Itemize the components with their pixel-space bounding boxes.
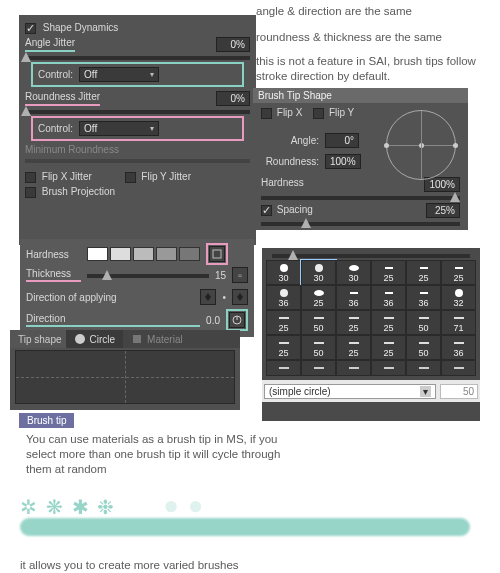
svg-rect-29 (419, 342, 429, 344)
angle-control-row: Control: Off▾ (31, 62, 244, 87)
flip-y-jitter-checkbox[interactable] (125, 172, 136, 183)
flip-y-label: Flip Y (329, 107, 354, 118)
brush-swatch[interactable]: 50 (301, 335, 336, 360)
dir-apply-option-1-icon[interactable] (200, 289, 216, 305)
tip-shape-section-label: Tip shape (10, 330, 66, 348)
brush-swatch[interactable]: 32 (441, 285, 476, 310)
brush-swatch[interactable]: 25 (301, 285, 336, 310)
brush-size-slider[interactable] (272, 254, 470, 258)
brush-swatch[interactable] (301, 360, 336, 376)
brush-swatch[interactable]: 30 (301, 260, 336, 285)
shape-dynamics-title: Shape Dynamics (43, 22, 119, 33)
roundness-value[interactable]: 100% (325, 154, 361, 169)
thickness-value: 15 (215, 270, 226, 281)
brush-swatch[interactable] (266, 360, 301, 376)
roundness-control-dropdown[interactable]: Off▾ (79, 121, 159, 136)
spacing-checkbox[interactable] (261, 205, 272, 216)
flip-x-checkbox[interactable] (261, 108, 272, 119)
roundness-label: Roundness: (261, 156, 319, 167)
brush-swatch[interactable]: 25 (371, 260, 406, 285)
svg-rect-6 (133, 335, 141, 343)
brush-swatch[interactable] (441, 360, 476, 376)
roundness-jitter-slider[interactable] (25, 110, 250, 114)
roundness-jitter-value[interactable]: 0% (216, 91, 250, 106)
svg-rect-21 (349, 317, 359, 319)
svg-rect-35 (419, 367, 429, 369)
brush-swatch[interactable]: 50 (406, 335, 441, 360)
flip-y-checkbox[interactable] (313, 108, 324, 119)
hardness-settings-icon[interactable] (209, 246, 225, 262)
direction-label: Direction (26, 313, 200, 327)
brush-swatch[interactable]: 25 (371, 310, 406, 335)
svg-rect-26 (314, 342, 324, 344)
hardness-thickness-panel: Hardness Thickness 15 ▫ Direction of app… (20, 239, 254, 337)
brush-swatch[interactable]: 50 (406, 310, 441, 335)
roundness-control-label: Control: (38, 123, 73, 134)
shape-dynamics-checkbox[interactable] (25, 23, 36, 34)
brush-swatch[interactable]: 36 (266, 285, 301, 310)
angle-dial[interactable] (386, 110, 458, 182)
brush-swatch[interactable]: 25 (266, 310, 301, 335)
roundness-control-row: Control: Off▾ (31, 116, 244, 141)
spacing-slider[interactable] (261, 222, 460, 226)
tab-circle[interactable]: Circle (66, 330, 124, 348)
dir-apply-option-2-icon[interactable] (232, 289, 248, 305)
spacing-value[interactable]: 25% (426, 203, 460, 218)
note-angle-direction: angle & direction are the same (256, 4, 496, 19)
brush-swatch[interactable]: 25 (441, 260, 476, 285)
minimum-roundness-slider (25, 159, 250, 163)
brush-swatch[interactable] (336, 360, 371, 376)
brush-swatch[interactable]: 71 (441, 310, 476, 335)
brush-tip-shape-header: Brush Tip Shape (253, 88, 468, 103)
brush-projection-checkbox[interactable] (25, 187, 36, 198)
brush-swatch[interactable] (406, 360, 441, 376)
angle-control-dropdown[interactable]: Off▾ (79, 67, 159, 82)
brush-swatch[interactable]: 25 (406, 260, 441, 285)
brush-swatch[interactable]: 30 (336, 260, 371, 285)
brush-swatch[interactable] (371, 360, 406, 376)
svg-rect-31 (279, 367, 289, 369)
svg-marker-1 (205, 293, 211, 301)
svg-rect-34 (384, 367, 394, 369)
svg-point-14 (314, 290, 324, 296)
brush-swatch[interactable]: 50 (301, 310, 336, 335)
brush-swatch[interactable]: 25 (336, 335, 371, 360)
brush-swatch[interactable]: 30 (266, 260, 301, 285)
brush-swatch[interactable]: 36 (406, 285, 441, 310)
thickness-slider[interactable] (87, 274, 209, 278)
direction-dial-icon[interactable] (229, 312, 245, 328)
brush-preset-dropdown[interactable]: (simple circle) ▾ (264, 384, 436, 399)
angle-value[interactable]: 0° (325, 133, 359, 148)
direction-applying-label: Direction of applying (26, 292, 194, 303)
hardness-slider[interactable] (261, 196, 460, 200)
thickness-link-icon[interactable]: ▫ (232, 267, 248, 283)
minimum-roundness-label: Minimum Roundness (25, 144, 250, 155)
brush-swatch[interactable]: 25 (336, 310, 371, 335)
svg-rect-22 (384, 317, 394, 319)
svg-point-5 (75, 334, 85, 344)
svg-rect-15 (350, 292, 358, 294)
brush-projection-label: Brush Projection (42, 186, 115, 197)
flip-x-label: Flip X (277, 107, 303, 118)
direction-value: 0.0 (206, 315, 220, 326)
brush-swatch[interactable]: 25 (371, 335, 406, 360)
brush-tip-tab[interactable]: Brush tip (19, 413, 74, 428)
brush-swatch[interactable]: 36 (441, 335, 476, 360)
svg-rect-12 (455, 267, 463, 269)
brush-preset-size[interactable]: 50 (440, 384, 478, 399)
spacing-label: Spacing (277, 204, 313, 215)
svg-rect-30 (454, 342, 464, 344)
hardness-row-label: Hardness (26, 249, 81, 260)
angle-jitter-slider[interactable] (25, 56, 250, 60)
flip-x-jitter-checkbox[interactable] (25, 172, 36, 183)
hardness-gradient[interactable] (87, 247, 200, 261)
note-varied: it allows you to create more varied brus… (20, 558, 320, 573)
brush-swatch-grid: 3030302525253625363636322550252550712550… (266, 260, 476, 376)
brush-swatch[interactable]: 36 (336, 285, 371, 310)
brush-swatch[interactable]: 36 (371, 285, 406, 310)
svg-rect-25 (279, 342, 289, 344)
brush-swatch[interactable]: 25 (266, 335, 301, 360)
svg-point-7 (280, 264, 288, 272)
angle-jitter-value[interactable]: 0% (216, 37, 250, 52)
tab-material[interactable]: Material (123, 330, 191, 348)
